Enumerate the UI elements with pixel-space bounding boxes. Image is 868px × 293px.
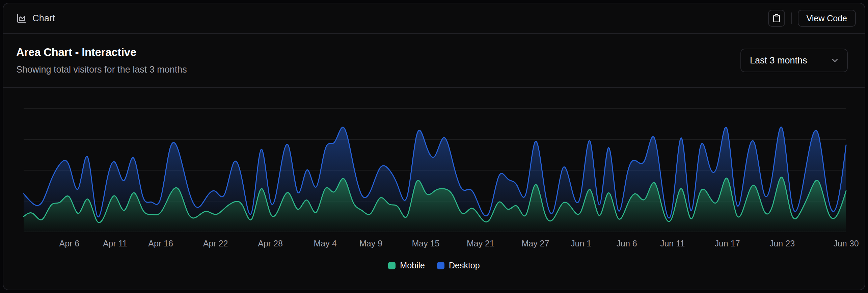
copy-code-button[interactable] (768, 10, 785, 27)
mobile-swatch-icon (388, 262, 396, 269)
chevron-down-icon (830, 56, 840, 65)
legend-item-desktop: Desktop (437, 261, 480, 270)
chart-area-icon (16, 13, 27, 24)
x-axis-tick: Jun 11 (660, 239, 685, 248)
x-axis-tick: May 21 (467, 239, 494, 248)
area-chart[interactable]: Apr 6Apr 11Apr 16Apr 22Apr 28May 4May 9M… (3, 88, 865, 250)
time-range-value: Last 3 months (750, 55, 807, 66)
card-header: Area Chart - Interactive Showing total v… (3, 34, 865, 88)
x-axis-tick: Apr 11 (103, 239, 127, 248)
time-range-select[interactable]: Last 3 months (740, 49, 848, 72)
x-axis-tick: May 27 (521, 239, 549, 248)
x-axis-tick: Jun 17 (714, 239, 740, 248)
x-axis-tick: May 9 (359, 239, 382, 248)
toolbar-chart-tab: Chart (16, 13, 55, 24)
page-subtitle: Showing total visitors for the last 3 mo… (16, 64, 187, 75)
x-axis-tick: Apr 28 (258, 239, 283, 248)
toolbar: Chart View Code (3, 3, 865, 34)
page-title: Area Chart - Interactive (16, 46, 187, 59)
x-axis-tick: Jun 1 (571, 239, 591, 248)
view-code-button[interactable]: View Code (798, 10, 856, 27)
x-axis-tick: Jun 30 (833, 239, 859, 248)
legend-label-mobile: Mobile (400, 261, 425, 270)
chart-legend: Mobile Desktop (3, 261, 865, 270)
legend-item-mobile: Mobile (388, 261, 425, 270)
x-axis-tick: Jun 23 (769, 239, 795, 248)
toolbar-label: Chart (32, 13, 55, 24)
x-axis-tick: May 15 (412, 239, 439, 248)
card-header-text: Area Chart - Interactive Showing total v… (16, 46, 187, 75)
chart-card: Chart View Code Area Chart - Interactive… (3, 3, 865, 290)
x-axis-tick: Apr 16 (148, 239, 173, 248)
clipboard-icon (772, 14, 781, 23)
toolbar-actions: View Code (768, 10, 856, 27)
toolbar-separator (791, 12, 792, 24)
x-axis-tick: Apr 22 (203, 239, 228, 248)
x-axis-tick: Apr 6 (59, 239, 80, 248)
desktop-swatch-icon (437, 262, 444, 269)
legend-label-desktop: Desktop (449, 261, 480, 270)
chart-area: Apr 6Apr 11Apr 16Apr 22Apr 28May 4May 9M… (3, 88, 865, 290)
x-axis-tick: May 4 (314, 239, 337, 248)
x-axis-tick: Jun 6 (617, 239, 637, 248)
